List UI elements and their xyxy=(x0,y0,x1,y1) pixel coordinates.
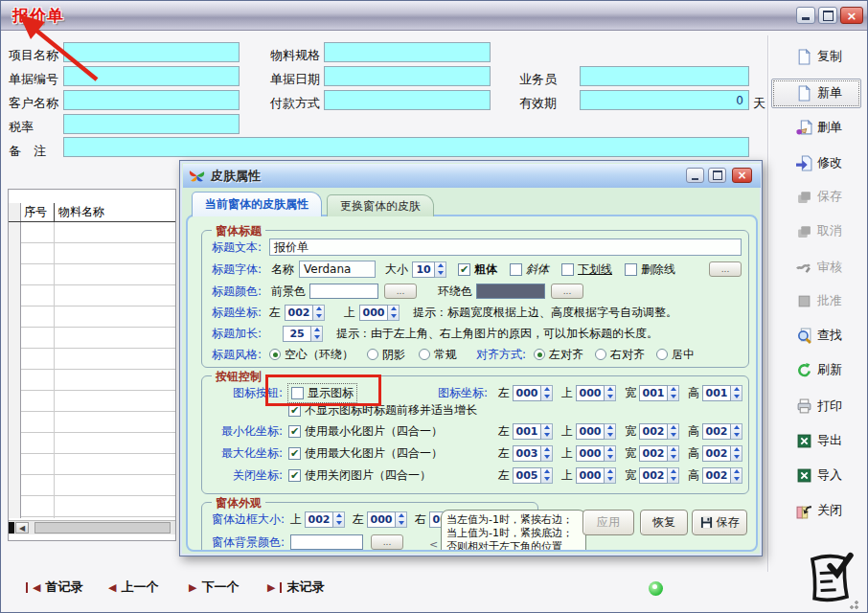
payment-input[interactable] xyxy=(324,90,491,110)
tab-change-skin[interactable]: 更换窗体的皮肤 xyxy=(327,194,434,216)
restore-button[interactable]: 恢复 xyxy=(640,510,688,535)
tax-rate-input[interactable] xyxy=(63,114,240,134)
modify-button[interactable]: 修改 xyxy=(773,152,865,173)
project-name-input[interactable] xyxy=(63,42,240,62)
foreground-swatch[interactable] xyxy=(309,284,378,299)
grid-rows[interactable] xyxy=(9,222,175,518)
spinner-buttons[interactable] xyxy=(435,261,446,278)
print-button[interactable]: 打印 xyxy=(773,396,865,417)
style-normal-radio[interactable]: 常规 xyxy=(419,347,457,363)
max-width-spinner: 002 xyxy=(639,445,679,462)
import-button[interactable]: 导入 xyxy=(773,465,865,486)
foreground-picker-button[interactable]: ... xyxy=(384,284,417,299)
approve-button[interactable]: 批准 xyxy=(773,290,865,311)
customer-label: 客户名称 xyxy=(9,95,58,112)
doc-date-input[interactable] xyxy=(324,66,491,86)
use-maximize-image-checkbox[interactable]: 使用最大化图片（四合一） xyxy=(288,445,443,462)
window-title-group-legend: 窗体标题 xyxy=(212,223,265,239)
modify-icon xyxy=(796,155,812,171)
min-top-spinner: 000 xyxy=(576,423,616,440)
minimize-icon xyxy=(802,17,810,20)
scroll-left-button[interactable]: ◀ xyxy=(15,522,29,534)
font-picker-button[interactable]: ... xyxy=(709,261,742,277)
grid-splitter-box[interactable] xyxy=(9,522,14,534)
save-skin-button[interactable]: 保存 xyxy=(692,510,747,535)
dialog-title: 皮肤属性 xyxy=(211,168,261,185)
annotation-highlight-rect xyxy=(265,375,381,406)
align-left-radio[interactable]: 左对齐 xyxy=(534,347,583,363)
checklist-stamp-icon xyxy=(800,547,859,610)
maximize-button[interactable] xyxy=(818,7,837,24)
delete-doc-icon xyxy=(796,120,812,136)
align-center-radio[interactable]: 居中 xyxy=(656,347,695,363)
close-book-icon xyxy=(796,503,812,519)
grid-header-divider xyxy=(54,203,55,221)
audit-icon xyxy=(796,260,812,276)
grid-row-selectors[interactable] xyxy=(9,222,21,518)
export-button[interactable]: 导出 xyxy=(773,430,865,451)
nav-first-record[interactable]: ◀ 首记录 xyxy=(26,579,82,596)
app-root: 报价单 × 项目名称 物料规格 单据编号 单据日期 业务员 客户名称 付款方式 … xyxy=(0,0,868,613)
delete-doc-button[interactable]: 删单 xyxy=(773,117,865,138)
max-height-spinner: 002 xyxy=(702,445,742,462)
close-icon: × xyxy=(847,9,857,23)
form-appearance-legend: 窗体外观 xyxy=(212,495,265,511)
material-spec-input[interactable] xyxy=(324,42,491,62)
validity-input[interactable]: 0 xyxy=(580,90,749,110)
refresh-button[interactable]: 刷新 xyxy=(773,359,865,380)
nav-next[interactable]: ▶ 下一个 xyxy=(189,579,239,596)
first-record-icon xyxy=(26,582,28,593)
bg-color-swatch[interactable] xyxy=(290,534,363,550)
align-right-radio[interactable]: 右对齐 xyxy=(595,347,645,363)
remark-input[interactable] xyxy=(63,137,749,157)
customer-input[interactable] xyxy=(63,90,240,110)
audit-button[interactable]: 审核 xyxy=(773,257,865,278)
close-coord-row: 关闭坐标: 使用关闭图片（四合一） 左005 上000 宽002 高002 xyxy=(212,466,742,484)
grid-header-material[interactable]: 物料名称 xyxy=(58,203,104,221)
wrap-color-swatch[interactable] xyxy=(476,284,545,299)
new-doc-button[interactable]: 新单 xyxy=(773,82,865,103)
bold-checkbox[interactable]: 粗体 xyxy=(458,261,497,278)
title-text-input[interactable]: 报价单 xyxy=(269,238,742,256)
grid-hscrollbar[interactable]: ◀ xyxy=(9,520,175,534)
italic-checkbox[interactable]: 斜体 xyxy=(510,261,549,278)
scroll-thumb[interactable] xyxy=(34,522,171,534)
nav-previous[interactable]: ◀ 上一个 xyxy=(108,579,158,596)
title-extend-hint: 提示：由于左上角、右上角图片的原因，可以加长标题的长度。 xyxy=(336,326,658,342)
save-button[interactable]: 保存 xyxy=(773,186,865,207)
style-shadow-radio[interactable]: 阴影 xyxy=(367,347,405,363)
icon-left-spinner: 000 xyxy=(513,385,553,401)
font-name-input[interactable]: Verdana xyxy=(299,261,376,278)
dialog-maximize-button[interactable] xyxy=(708,168,726,183)
strike-checkbox[interactable]: 删除线 xyxy=(625,261,675,278)
grid-header-seq[interactable]: 序号 xyxy=(24,203,47,221)
underline-checkbox[interactable]: 下划线 xyxy=(561,261,612,278)
salesman-input[interactable] xyxy=(580,66,749,86)
dialog-titlebar[interactable]: 皮肤属性 xyxy=(183,164,761,188)
use-close-image-checkbox[interactable]: 使用关闭图片（四合一） xyxy=(288,467,431,484)
cancel-button[interactable]: 取消 xyxy=(773,220,865,241)
dialog-close-button[interactable]: × xyxy=(732,168,752,183)
min-height-spinner: 002 xyxy=(702,423,742,440)
main-titlebar[interactable] xyxy=(1,1,868,31)
apply-button[interactable]: 应用 xyxy=(582,510,634,535)
dialog-minimize-button[interactable] xyxy=(686,168,704,183)
tab-current-skin[interactable]: 当前窗体的皮肤属性 xyxy=(192,192,322,216)
title-pos-label: 标题坐标: xyxy=(212,305,262,321)
refresh-icon xyxy=(796,362,812,378)
minimize-button[interactable] xyxy=(796,7,815,24)
doc-no-input[interactable] xyxy=(63,66,240,86)
close-button[interactable]: × xyxy=(840,7,863,24)
material-spec-label: 物料规格 xyxy=(270,47,320,64)
wrap-picker-button[interactable]: ... xyxy=(551,284,583,299)
close-width-spinner: 002 xyxy=(639,467,679,484)
close-doc-button[interactable]: 关闭 xyxy=(773,500,865,521)
bg-color-picker-button[interactable]: ... xyxy=(371,534,403,550)
previous-icon: ◀ xyxy=(108,582,116,593)
style-hollow-radio[interactable]: 空心（环绕） xyxy=(269,347,354,363)
find-button[interactable]: 查找 xyxy=(773,325,865,346)
use-minimize-image-checkbox[interactable]: 使用最小化图片（四合一） xyxy=(288,423,443,440)
title-top-spinner: 000 xyxy=(359,305,400,321)
copy-button[interactable]: 复制 xyxy=(773,46,865,67)
nav-last-record[interactable]: ▶ 末记录 xyxy=(267,579,324,596)
